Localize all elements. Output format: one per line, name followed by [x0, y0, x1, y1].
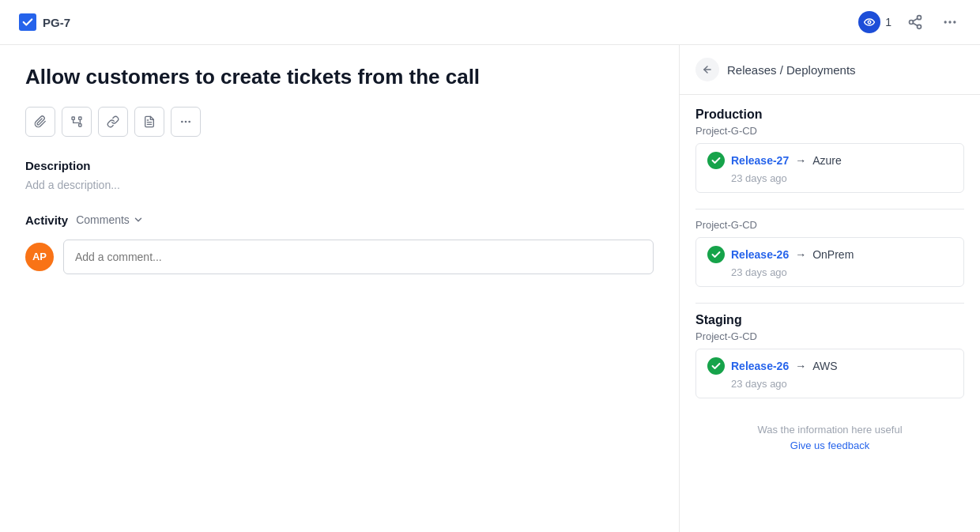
svg-point-8 — [953, 21, 956, 23]
release-link-1[interactable]: Release-26 — [731, 248, 789, 261]
share-button[interactable] — [904, 11, 926, 33]
svg-line-4 — [913, 23, 918, 25]
document-button[interactable] — [134, 107, 164, 137]
release-time-1: 23 days ago — [707, 266, 952, 278]
comment-row: AP — [25, 240, 654, 274]
pipeline-name-1: Project-G-CD — [695, 219, 964, 231]
header: PG-7 1 — [0, 0, 980, 45]
release-item-1: Release-26 → OnPrem 23 days ago — [695, 237, 964, 287]
env-production: Production Project-G-CD Release-27 → Azu… — [695, 108, 964, 193]
release-arrow-1: → — [795, 248, 806, 261]
feedback-text: Was the information here useful — [695, 424, 964, 436]
release-item-2: Release-26 → AWS 23 days ago — [695, 349, 964, 398]
release-target-1: OnPrem — [812, 248, 854, 261]
svg-point-7 — [948, 21, 951, 23]
attachment-icon — [34, 115, 47, 128]
more-options-button[interactable] — [939, 11, 961, 33]
svg-line-5 — [913, 18, 918, 21]
panel-header: Releases / Deployments — [680, 45, 980, 95]
divider-1 — [695, 303, 964, 304]
watch-count: 1 — [885, 16, 891, 28]
release-time-2: 23 days ago — [707, 378, 952, 390]
release-target-2: AWS — [812, 360, 837, 372]
more-icon — [942, 14, 958, 30]
release-link-0[interactable]: Release-27 — [731, 154, 789, 167]
panel-content: Production Project-G-CD Release-27 → Azu… — [680, 95, 980, 467]
back-button[interactable] — [695, 58, 719, 81]
ticket-icon — [19, 13, 36, 31]
more-toolbar-icon — [179, 115, 192, 128]
issue-title: Allow customers to create tickets from t… — [25, 64, 654, 91]
release-arrow-0: → — [795, 154, 806, 167]
attachment-button[interactable] — [25, 107, 55, 137]
main-layout: Allow customers to create tickets from t… — [0, 45, 980, 532]
description-label: Description — [25, 159, 654, 172]
activity-section: Activity Comments AP — [25, 213, 654, 274]
success-icon-0 — [707, 152, 725, 169]
more-toolbar-button[interactable] — [171, 107, 201, 137]
activity-header: Activity Comments — [25, 213, 654, 227]
share-icon — [907, 14, 923, 30]
env-name-production: Production — [695, 108, 964, 122]
release-link-2[interactable]: Release-26 — [731, 360, 789, 372]
env-name-staging: Staging — [695, 313, 964, 327]
header-right: 1 — [858, 11, 961, 33]
success-icon-1 — [707, 246, 725, 263]
release-time-0: 23 days ago — [707, 172, 952, 184]
hierarchy-button[interactable] — [62, 107, 92, 137]
right-panel: Releases / Deployments Production Projec… — [680, 45, 980, 532]
svg-point-19 — [188, 120, 190, 123]
toolbar — [25, 107, 654, 137]
release-row-0: Release-27 → Azure — [707, 152, 952, 169]
svg-point-6 — [944, 21, 947, 23]
comments-dropdown[interactable]: Comments — [76, 213, 144, 226]
release-arrow-2: → — [795, 360, 806, 372]
divider-0 — [695, 209, 964, 209]
comment-input[interactable] — [63, 240, 654, 274]
link-icon — [107, 115, 119, 128]
left-panel: Allow customers to create tickets from t… — [0, 45, 680, 532]
success-icon-2 — [707, 357, 725, 375]
env-staging: Staging Project-G-CD Release-26 → AWS — [695, 313, 964, 398]
header-left: PG-7 — [19, 13, 70, 31]
release-item-0: Release-27 → Azure 23 days ago — [695, 143, 964, 193]
avatar: AP — [25, 243, 54, 271]
pipeline-name-2: Project-G-CD — [695, 330, 964, 342]
comments-label: Comments — [76, 213, 130, 226]
back-arrow-icon — [702, 64, 713, 75]
document-icon — [143, 115, 156, 128]
release-row-1: Release-26 → OnPrem — [707, 246, 952, 263]
svg-point-17 — [181, 120, 183, 123]
panel-title: Releases / Deployments — [727, 63, 856, 77]
pipeline-name-0: Project-G-CD — [695, 125, 964, 137]
release-target-0: Azure — [812, 154, 842, 167]
hierarchy-icon — [70, 115, 83, 128]
check-icon — [22, 17, 33, 28]
description-placeholder[interactable]: Add a description... — [25, 179, 654, 191]
link-button[interactable] — [98, 107, 128, 137]
svg-point-0 — [868, 21, 871, 24]
env-section-1: Project-G-CD Release-26 → OnPrem — [695, 219, 964, 287]
ticket-id: PG-7 — [43, 16, 70, 29]
watch-button[interactable]: 1 — [858, 11, 891, 33]
feedback-section: Was the information here useful Give us … — [695, 414, 964, 455]
watch-icon — [858, 11, 880, 33]
chevron-down-icon — [133, 214, 144, 225]
feedback-link[interactable]: Give us feedback — [790, 440, 869, 451]
release-row-2: Release-26 → AWS — [707, 357, 952, 375]
page-container: PG-7 1 — [0, 0, 980, 532]
svg-point-18 — [185, 120, 187, 123]
activity-label: Activity — [25, 213, 68, 227]
